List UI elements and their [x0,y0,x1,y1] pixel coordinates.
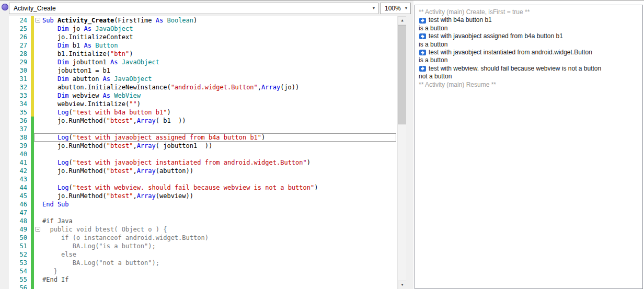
code-line[interactable]: 55#End If [9,275,397,284]
line-number[interactable]: 50 [9,234,31,242]
code-line[interactable]: 25 Dim jo As JavaObject [9,25,397,33]
code-editor[interactable]: 24Sub Activity_Create(FirstTime As Boole… [9,16,406,289]
line-number[interactable]: 55 [9,275,31,284]
chevron-down-icon[interactable]: ▼ [370,3,378,14]
line-number[interactable]: 28 [9,50,31,58]
blue-arrow-icon [419,33,426,39]
line-number[interactable]: 48 [9,217,31,225]
code-line[interactable]: 43 [9,175,397,183]
code-text: jo.RunMethod("btest",Array( b1 )) [42,117,186,125]
code-line[interactable]: 39 jo.RunMethod("btest",Array( jobutton1… [9,142,397,150]
log-line[interactable]: is a button [419,56,639,64]
code-line[interactable]: 37 [9,125,397,133]
log-line[interactable]: test with javaobject assigned from b4a b… [419,32,639,40]
fold-margin [34,83,42,91]
code-line[interactable]: 47 [9,209,397,217]
chevron-down-icon[interactable]: ▼ [402,3,410,14]
code-line[interactable]: 32 abutton.InitializeNewInstance("androi… [9,83,397,91]
code-line[interactable]: 53 BA.Log("not a button"); [9,259,397,267]
code-line[interactable]: 29 Dim jobutton1 As JavaObject [9,58,397,66]
code-line[interactable]: 42 jo.RunMethod("btest",Array(abutton)) [9,167,397,175]
fold-margin [34,125,42,133]
code-line[interactable]: 46End Sub [9,200,397,209]
code-line[interactable]: 54 } [9,267,397,275]
line-number[interactable]: 24 [9,16,31,25]
code-line[interactable]: 50 if (o instanceof android.widget.Butto… [9,234,397,242]
fold-margin [34,183,42,192]
line-number[interactable]: 45 [9,192,31,200]
code-line[interactable]: 36 jo.RunMethod("btest",Array( b1 )) [9,117,397,125]
code-line[interactable]: 41 Log("test with javaobject instantiate… [9,158,397,167]
code-line[interactable]: 40 [9,150,397,158]
code-line[interactable]: 30 jobutton1 = b1 [9,66,397,75]
line-number[interactable]: 44 [9,183,31,192]
line-number[interactable]: 36 [9,117,31,125]
log-line[interactable]: test with javaobject instantiated from a… [419,49,639,56]
log-line[interactable]: test with b4a button b1 [419,16,639,24]
line-number[interactable]: 34 [9,100,31,108]
line-number[interactable]: 49 [9,225,31,234]
code-line[interactable]: 26 jo.InitializeContext [9,33,397,41]
line-number[interactable]: 39 [9,142,31,150]
logs-panel[interactable]: ** Activity (main) Create, isFirst = tru… [415,5,643,289]
scrollbar-thumb[interactable] [398,25,406,124]
line-number[interactable]: 40 [9,150,31,158]
vertical-scrollbar[interactable]: ▲ ▼ [397,16,406,289]
line-number[interactable]: 41 [9,158,31,167]
zoom-selector-dropdown[interactable]: 100% ▼ [380,3,411,14]
log-line[interactable]: is a button [419,25,639,32]
log-line[interactable]: not a button [419,73,639,80]
line-number[interactable]: 53 [9,259,31,267]
code-line[interactable]: 51 BA.Log("is a button"); [9,242,397,250]
line-number[interactable]: 46 [9,200,31,209]
code-line[interactable]: 34 webview.Initialize("") [9,100,397,108]
fold-collapse-icon[interactable] [36,227,40,232]
line-number[interactable]: 31 [9,75,31,83]
sub-selector-value: Activity_Create [14,5,56,12]
line-number[interactable]: 26 [9,33,31,41]
code-line[interactable]: 52 else [9,250,397,259]
line-number[interactable]: 56 [9,284,31,289]
log-line[interactable]: is a button [419,41,639,49]
code-line[interactable]: 35 Log("test with b4a button b1") [9,108,397,117]
log-line[interactable]: test with webview. should fail because w… [419,65,639,73]
code-text: BA.Log("is a button"); [42,242,156,250]
scroll-up-icon[interactable]: ▲ [398,16,406,25]
log-text: test with b4a button b1 [429,16,492,24]
fold-collapse-icon[interactable] [36,18,40,22]
sub-selector-dropdown[interactable]: Activity_Create ▼ [9,3,378,14]
code-line[interactable]: 38 Log("test with javaobject assigned fr… [9,133,397,142]
editor-toolbar: Activity_Create ▼ 100% ▼ [0,1,413,16]
line-number[interactable]: 38 [9,133,31,142]
code-line[interactable]: 27 Dim b1 As Button [9,41,397,50]
code-line[interactable]: 24Sub Activity_Create(FirstTime As Boole… [9,16,397,25]
line-number[interactable]: 27 [9,41,31,50]
line-number[interactable]: 30 [9,66,31,75]
line-number[interactable]: 54 [9,267,31,275]
line-number[interactable]: 25 [9,25,31,33]
line-number[interactable]: 32 [9,83,31,91]
code-line[interactable]: 48#if Java [9,217,397,225]
line-number[interactable]: 51 [9,242,31,250]
line-number[interactable]: 52 [9,250,31,259]
line-number[interactable]: 42 [9,167,31,175]
fold-margin [34,108,42,117]
line-number[interactable]: 37 [9,125,31,133]
log-line[interactable]: ** Activity (main) Resume ** [419,81,639,89]
fold-margin [34,75,42,83]
scroll-down-icon[interactable]: ▼ [398,281,406,289]
code-line[interactable]: 28 b1.Initialize("btn") [9,50,397,58]
log-line[interactable]: ** Activity (main) Create, isFirst = tru… [419,8,639,16]
line-number[interactable]: 47 [9,209,31,217]
line-number[interactable]: 29 [9,58,31,66]
code-line[interactable]: 44 Log("test with webview. should fail b… [9,183,397,192]
code-line[interactable]: 49 public void btest( Object o ) { [9,225,397,234]
code-line[interactable]: 56 [9,284,397,289]
code-line[interactable]: 33 Dim webview As WebView [9,91,397,100]
fold-margin [34,133,42,142]
code-line[interactable]: 45 jo.RunMethod("btest",Array(webview)) [9,192,397,200]
line-number[interactable]: 43 [9,175,31,183]
line-number[interactable]: 33 [9,91,31,100]
line-number[interactable]: 35 [9,108,31,117]
code-line[interactable]: 31 Dim abutton As JavaObject [9,75,397,83]
